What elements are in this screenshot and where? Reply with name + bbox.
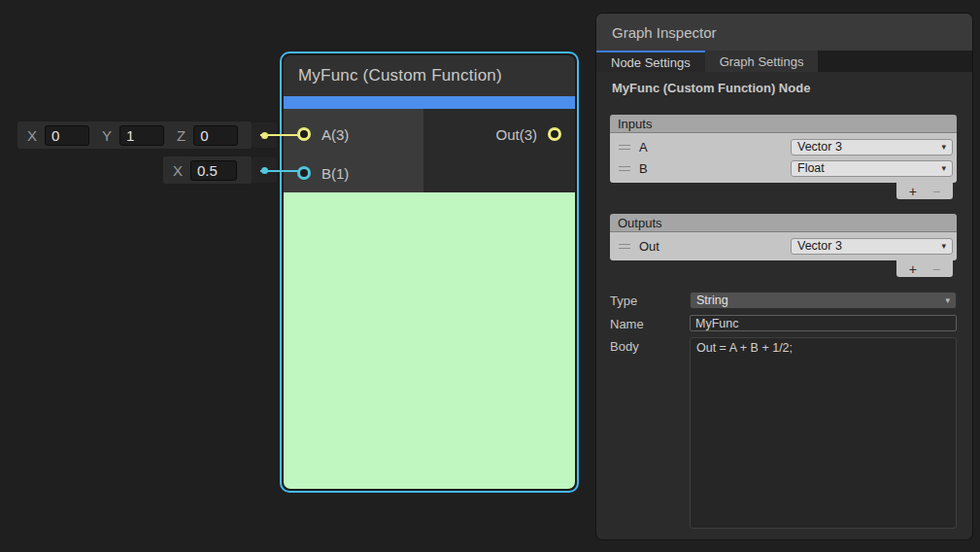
- input-a-type-dropdown[interactable]: Vector 3 ▾: [791, 139, 953, 155]
- type-label: Type: [610, 292, 690, 309]
- remove-input-button[interactable]: −: [932, 185, 940, 198]
- vector-z-group: Z: [177, 125, 242, 146]
- float-x-group: X: [173, 160, 242, 181]
- inspector-tab-bar: Node Settings Graph Settings: [596, 51, 972, 72]
- vector-z-label: Z: [177, 127, 186, 144]
- inspector-body: MyFunc (Custom Function) Node Inputs A V…: [596, 72, 972, 539]
- output-ports-column: Out(3): [423, 109, 575, 192]
- dropdown-arrow-icon: ▾: [945, 296, 950, 305]
- float-x-label: X: [173, 162, 183, 179]
- outputs-list: Outputs Out Vector 3 ▾ + −: [610, 214, 957, 277]
- tab-node-settings[interactable]: Node Settings: [596, 51, 705, 72]
- vector-y-group: Y: [102, 125, 167, 146]
- port-b-connector-icon[interactable]: [297, 166, 311, 180]
- type-value: String: [696, 293, 728, 307]
- port-a-label: A(3): [321, 126, 349, 143]
- list-item[interactable]: Out Vector 3 ▾: [614, 235, 953, 257]
- input-b-name: B: [639, 161, 782, 176]
- output-out-type-value: Vector 3: [797, 239, 842, 253]
- input-b-type-value: Float: [797, 161, 825, 175]
- node-title: MyFunc (Custom Function): [298, 66, 502, 86]
- port-row-b: B(1): [284, 154, 423, 192]
- inputs-footer-buttons: + −: [896, 183, 953, 199]
- float-value-widget: X: [163, 156, 252, 184]
- edge-wire-a[interactable]: [260, 134, 299, 136]
- node-selected-color-bar: [284, 96, 575, 109]
- float-x-input[interactable]: [190, 160, 237, 181]
- custom-function-node[interactable]: MyFunc (Custom Function) A(3) B(1) Out(3…: [280, 52, 579, 493]
- type-dropdown[interactable]: String ▾: [690, 292, 957, 309]
- vector-z-input[interactable]: [193, 125, 238, 146]
- tab-graph-settings[interactable]: Graph Settings: [705, 51, 819, 72]
- node-ports-area: A(3) B(1) Out(3): [284, 109, 575, 192]
- body-code-field[interactable]: Out = A + B + 1/2;: [690, 337, 957, 529]
- name-label: Name: [610, 315, 690, 331]
- port-row-out: Out(3): [423, 115, 575, 154]
- input-b-type-dropdown[interactable]: Float ▾: [791, 160, 953, 177]
- drag-handle-icon[interactable]: [619, 244, 630, 249]
- output-out-name: Out: [639, 239, 782, 254]
- input-a-name: A: [639, 140, 782, 155]
- name-row: Name: [610, 315, 957, 331]
- body-row: Body Out = A + B + 1/2;: [610, 337, 957, 529]
- edge-wire-b[interactable]: [260, 170, 299, 172]
- body-label: Body: [610, 337, 690, 529]
- port-row-a: A(3): [284, 115, 423, 154]
- node-header[interactable]: MyFunc (Custom Function): [284, 55, 575, 96]
- output-out-type-dropdown[interactable]: Vector 3 ▾: [791, 238, 953, 255]
- outputs-list-footer: + −: [610, 260, 957, 277]
- inputs-list-footer: + −: [610, 183, 957, 199]
- vector-x-label: X: [27, 127, 37, 144]
- outputs-list-header: Outputs: [610, 214, 957, 232]
- inspector-title: Graph Inspector: [612, 24, 717, 41]
- dropdown-arrow-icon: ▾: [941, 143, 946, 152]
- vector-x-input[interactable]: [45, 125, 89, 146]
- outputs-header-label: Outputs: [618, 216, 662, 230]
- port-a-connector-icon[interactable]: [297, 127, 311, 141]
- port-out-connector-icon[interactable]: [548, 127, 561, 141]
- list-item[interactable]: A Vector 3 ▾: [614, 136, 953, 157]
- remove-output-button[interactable]: −: [932, 262, 940, 276]
- vector-y-label: Y: [102, 127, 112, 144]
- tab-node-settings-label: Node Settings: [611, 55, 691, 70]
- input-a-type-value: Vector 3: [797, 140, 842, 154]
- name-input[interactable]: [690, 315, 957, 331]
- node-preview-area[interactable]: [284, 192, 575, 489]
- input-ports-column: A(3) B(1): [284, 109, 423, 192]
- inputs-list-header: Inputs: [610, 115, 957, 133]
- dropdown-arrow-icon: ▾: [941, 164, 946, 173]
- vector3-value-widget: X Y Z: [17, 121, 252, 149]
- inputs-list-rows: A Vector 3 ▾ B Float ▾: [610, 133, 957, 183]
- port-b-label: B(1): [321, 165, 349, 182]
- outputs-list-rows: Out Vector 3 ▾: [610, 232, 957, 260]
- selected-node-heading: MyFunc (Custom Function) Node: [612, 81, 957, 95]
- node-body: MyFunc (Custom Function) A(3) B(1) Out(3…: [284, 55, 575, 489]
- add-output-button[interactable]: +: [909, 262, 917, 276]
- graph-inspector-panel: Graph Inspector Node Settings Graph Sett…: [596, 14, 972, 539]
- type-row: Type String ▾: [610, 292, 957, 309]
- list-item[interactable]: B Float ▾: [614, 157, 953, 179]
- vector-x-group: X: [27, 125, 92, 146]
- function-properties: Type String ▾ Name Body Out = A + B + 1/…: [610, 292, 957, 529]
- dropdown-arrow-icon: ▾: [941, 242, 946, 251]
- vector-y-input[interactable]: [119, 125, 164, 146]
- inputs-header-label: Inputs: [618, 117, 652, 131]
- drag-handle-icon[interactable]: [619, 145, 630, 150]
- drag-handle-icon[interactable]: [619, 166, 630, 171]
- inputs-list: Inputs A Vector 3 ▾ B Float ▾: [610, 115, 957, 199]
- port-out-label: Out(3): [495, 126, 537, 143]
- outputs-footer-buttons: + −: [896, 260, 953, 277]
- add-input-button[interactable]: +: [909, 185, 917, 198]
- inspector-title-bar[interactable]: Graph Inspector: [596, 14, 972, 51]
- tab-graph-settings-label: Graph Settings: [720, 54, 804, 69]
